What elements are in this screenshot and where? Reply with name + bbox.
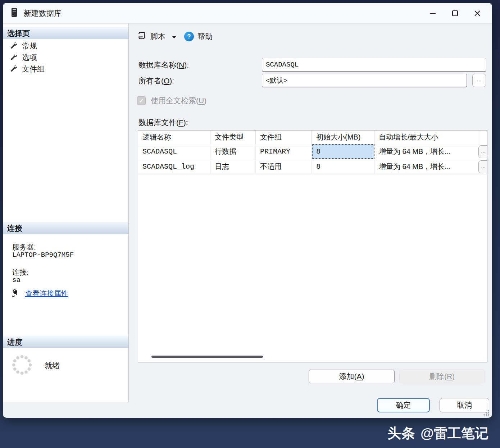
watermark: 头条 @雷工笔记 — [387, 424, 488, 443]
help-button[interactable]: ? 帮助 — [182, 30, 215, 43]
owner-browse-button[interactable]: … — [472, 74, 486, 87]
toolbar: 脚本 ? 帮助 — [135, 29, 215, 44]
cell-file-type[interactable]: 行数据 — [210, 144, 256, 159]
horizontal-scrollbar-thumb[interactable] — [151, 356, 263, 358]
autogrowth-ellipsis-button[interactable]: … — [478, 160, 487, 173]
watermark-handle: @雷工笔记 — [421, 424, 488, 443]
server-value: LAPTOP-BP9Q7M5F — [12, 251, 74, 259]
cell-filegroup[interactable]: PRIMARY — [256, 144, 312, 159]
view-connection-properties-link[interactable]: 查看连接属性 — [25, 289, 68, 298]
remove-button: 删除(R) — [399, 370, 485, 383]
maximize-button[interactable] — [444, 3, 466, 24]
sidebar-item-filegroups[interactable]: 文件组 — [10, 63, 45, 75]
ok-button[interactable]: 确定 — [377, 398, 430, 412]
table-row: SCADASQL_log 日志 不适用 8 增量为 64 MB，增长... … — [138, 159, 487, 174]
minimize-button[interactable] — [422, 3, 444, 24]
owner-label: 所有者(O): — [138, 76, 174, 86]
column-header-file-type[interactable]: 文件类型 — [210, 131, 256, 144]
cell-filegroup[interactable]: 不适用 — [256, 159, 312, 174]
table-row: SCADASQL 行数据 PRIMARY 8 增量为 64 MB，增长... … — [138, 144, 487, 159]
login-label: 连接: — [12, 268, 29, 277]
script-label: 脚本 — [150, 32, 165, 42]
close-button[interactable] — [466, 3, 488, 24]
server-icon — [11, 8, 18, 19]
window-title: 新建数据库 — [24, 8, 62, 18]
cancel-button[interactable]: 取消 — [440, 398, 489, 412]
fulltext-label: 使用全文检索(U) — [151, 96, 206, 106]
sidebar-item-label: 文件组 — [22, 64, 45, 74]
column-header-initial-size[interactable]: 初始大小(MB) — [312, 131, 374, 144]
main-pane: 脚本 ? 帮助 数据库名称(N): 所有者(O): … ✓ 使用全文检索(U) … — [129, 24, 492, 418]
column-header-filegroup[interactable]: 文件组 — [256, 131, 312, 144]
cell-autogrowth[interactable]: 增量为 64 MB，增长... — [374, 144, 480, 159]
cell-autogrowth[interactable]: 增量为 64 MB，增长... — [374, 159, 480, 174]
resize-grip[interactable] — [483, 410, 489, 416]
wrench-icon — [10, 53, 17, 62]
chevron-down-icon[interactable] — [172, 36, 176, 38]
sidebar: 选择页 常规 选项 文件组 连接 服务器: LAPTOP-BP9Q7M5F 连接… — [3, 24, 129, 402]
sidebar-item-general[interactable]: 常规 — [10, 40, 37, 52]
progress-header: 进度 — [3, 336, 128, 348]
wrench-icon — [10, 65, 17, 73]
autogrowth-ellipsis-button[interactable]: … — [478, 145, 487, 158]
plug-icon — [11, 288, 20, 298]
select-page-header: 选择页 — [3, 27, 128, 39]
sidebar-item-label: 选项 — [22, 52, 37, 63]
help-label: 帮助 — [197, 32, 213, 42]
cell-logical-name[interactable]: SCADASQL — [138, 144, 210, 159]
sidebar-item-options[interactable]: 选项 — [10, 52, 37, 63]
script-button[interactable]: 脚本 — [135, 29, 168, 44]
cell-initial-size-selected[interactable]: 8 — [312, 144, 374, 159]
connection-header: 连接 — [3, 222, 128, 234]
server-label: 服务器: — [12, 242, 36, 252]
help-icon: ? — [184, 32, 194, 41]
db-name-label: 数据库名称(N): — [138, 60, 189, 70]
db-name-input[interactable] — [262, 58, 486, 72]
column-header-logical-name[interactable]: 逻辑名称 — [138, 131, 210, 144]
new-database-dialog: 新建数据库 选择页 常规 选项 文件组 连接 服务器: — [3, 3, 492, 418]
status-text: 就绪 — [45, 361, 60, 371]
watermark-brand: 头条 — [387, 424, 415, 443]
database-files-table: 逻辑名称 文件类型 文件组 初始大小(MB) 自动增长/最大大小 SCADASQ… — [138, 130, 487, 362]
script-icon — [137, 31, 147, 42]
titlebar: 新建数据库 — [3, 3, 492, 24]
cell-initial-size[interactable]: 8 — [312, 159, 374, 174]
cell-logical-name[interactable]: SCADASQL_log — [138, 159, 210, 174]
table-header-row: 逻辑名称 文件类型 文件组 初始大小(MB) 自动增长/最大大小 — [138, 131, 487, 144]
column-header-autogrowth[interactable]: 自动增长/最大大小 — [374, 131, 480, 144]
cell-file-type[interactable]: 日志 — [210, 159, 256, 174]
sidebar-item-label: 常规 — [22, 41, 37, 51]
fulltext-checkbox: ✓ — [137, 96, 146, 105]
wrench-icon — [10, 42, 17, 50]
add-button[interactable]: 添加(A) — [309, 370, 395, 383]
spinner-icon — [12, 355, 32, 377]
login-value: sa — [12, 276, 21, 284]
database-files-label: 数据库文件(F): — [138, 118, 188, 128]
owner-input[interactable] — [262, 74, 467, 87]
